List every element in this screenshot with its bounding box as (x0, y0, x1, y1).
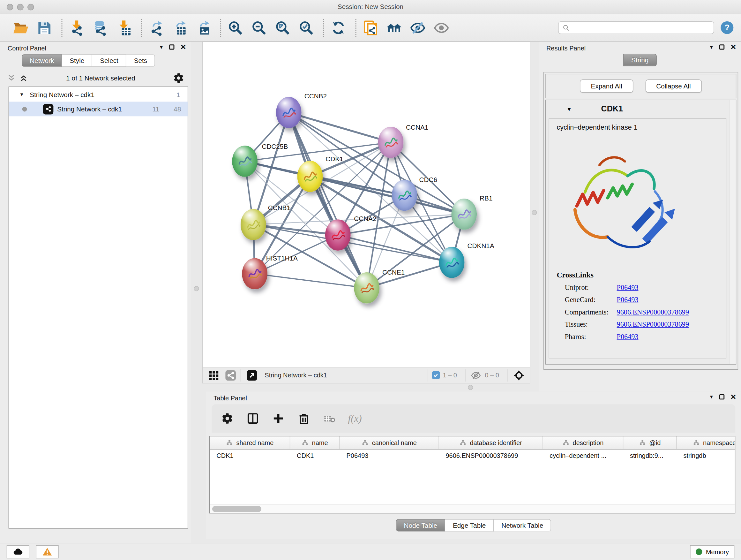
import-network-icon[interactable] (68, 19, 85, 36)
crosslink-link[interactable]: 9606.ENSP00000378699 (617, 308, 689, 316)
panel-close-icon[interactable]: ✕ (731, 44, 737, 50)
node-HIST1H1A[interactable] (242, 258, 267, 290)
panel-menu-icon[interactable]: ▼ (709, 394, 714, 399)
help-button[interactable]: ? (721, 21, 733, 34)
network-collection-row[interactable]: ▼ String Network – cdk1 1 (9, 87, 188, 102)
export-network-icon[interactable] (147, 19, 164, 36)
expand-all-button[interactable]: Expand All (580, 79, 633, 92)
panel-float-icon[interactable] (720, 44, 725, 50)
tab-network[interactable]: Network (22, 54, 62, 67)
column-header-namespace[interactable]: namespace (677, 436, 736, 449)
results-scrollbar[interactable] (730, 100, 736, 364)
table-hscrollbar[interactable] (210, 504, 735, 513)
first-neighbors-icon[interactable] (386, 19, 402, 36)
crosslink-link[interactable]: 9606.ENSP00000378699 (617, 320, 689, 328)
node-CCNA2[interactable] (325, 219, 351, 251)
panel-float-icon[interactable] (720, 394, 725, 399)
memory-button[interactable]: Memory (690, 545, 734, 558)
panel-float-icon[interactable] (170, 44, 175, 50)
node-RB1[interactable] (451, 199, 477, 230)
crosslink-link[interactable]: P06493 (617, 284, 638, 292)
panel-menu-icon[interactable]: ▼ (709, 44, 714, 50)
panel-menu-icon[interactable]: ▼ (159, 44, 164, 50)
column-header-description[interactable]: description (543, 436, 623, 449)
tab-sets[interactable]: Sets (126, 54, 155, 67)
folder-open-icon[interactable] (12, 19, 29, 36)
zoom-in-icon[interactable] (227, 19, 244, 36)
gene-details: cyclin–dependent kinase 1 (549, 118, 726, 358)
collection-expander-icon[interactable]: ▼ (19, 91, 24, 97)
gear-icon[interactable] (220, 411, 234, 425)
edge-CCNB2-CCNA1[interactable] (289, 112, 391, 142)
node-CDC25B[interactable] (232, 145, 258, 177)
node-CCNB1[interactable] (241, 209, 266, 240)
node-CDKN1A[interactable] (439, 247, 465, 278)
tab-edge-table[interactable]: Edge Table (445, 519, 494, 532)
splitter-grip[interactable] (194, 286, 199, 291)
birds-eye-view-icon[interactable] (207, 369, 220, 381)
tab-style[interactable]: Style (62, 54, 92, 67)
clone-network-icon[interactable] (362, 19, 379, 36)
column-header-shared-name[interactable]: shared name (210, 436, 290, 449)
edge-CCNB2-CCNE1[interactable] (289, 112, 367, 288)
node-CCNE1[interactable] (354, 272, 380, 304)
node-CCNB2[interactable] (276, 97, 301, 128)
export-image-icon[interactable] (195, 19, 212, 36)
right-splitter[interactable] (530, 42, 539, 391)
splitter-grip[interactable] (468, 385, 473, 390)
column-header--id[interactable]: @id (623, 436, 677, 449)
warnings-button[interactable] (36, 545, 59, 558)
network-canvas[interactable]: CCNB2 CCNA1 CDC25B CDK1 CDC6 RB1 CCNB1 C… (203, 42, 530, 367)
section-expander-icon[interactable]: ▼ (567, 106, 572, 112)
search-input[interactable] (573, 24, 710, 31)
crosslink-link[interactable]: P06493 (617, 296, 638, 304)
table-row[interactable]: CDK1CDK1P064939606.ENSP00000378699cyclin… (210, 449, 735, 462)
save-icon[interactable] (36, 19, 53, 36)
splitter-grip[interactable] (532, 210, 537, 215)
node-CCNA1[interactable] (378, 127, 404, 158)
table-cell: CDK1 (210, 449, 290, 462)
collapse-all-button[interactable]: Collapse All (645, 79, 701, 92)
import-table-icon[interactable] (115, 19, 132, 36)
node-CDK1[interactable] (297, 161, 323, 192)
hscrollbar-thumb[interactable] (212, 506, 261, 512)
tab-network-table[interactable]: Network Table (494, 519, 551, 532)
zoom-fit-icon[interactable] (274, 19, 291, 36)
fit-selected-icon[interactable] (513, 369, 525, 381)
panel-close-icon[interactable]: ✕ (180, 44, 186, 50)
export-table-icon[interactable] (171, 19, 188, 36)
panel-close-icon[interactable]: ✕ (731, 394, 737, 399)
separator (466, 369, 466, 381)
import-database-icon[interactable] (91, 19, 109, 36)
network-row[interactable]: String Network – cdk1 11 48 (9, 102, 188, 116)
left-splitter[interactable] (191, 42, 202, 543)
bottom-splitter[interactable] (202, 383, 530, 391)
gear-icon[interactable] (173, 72, 185, 84)
open-in-window-icon[interactable] (246, 369, 258, 381)
show-all-icon[interactable] (433, 19, 450, 36)
refresh-icon[interactable] (330, 19, 347, 36)
zoom-out-icon[interactable] (251, 19, 267, 36)
column-header-database-identifier[interactable]: database identifier (439, 436, 543, 449)
trash-icon[interactable] (297, 411, 311, 425)
tab-string[interactable]: String (623, 54, 657, 66)
toolbar-separator (220, 18, 221, 37)
expand-all-icon[interactable] (19, 73, 28, 83)
column-header-name[interactable]: name (290, 436, 340, 449)
column-header-canonical-name[interactable]: canonical name (340, 436, 439, 449)
columns-icon[interactable] (246, 411, 260, 425)
node-CDC6[interactable] (392, 180, 417, 211)
plus-icon[interactable] (271, 411, 285, 425)
cloud-button[interactable] (7, 545, 29, 558)
selected-checkbox-icon[interactable] (432, 371, 440, 379)
edge-HIST1H1A-CCNE1[interactable] (255, 273, 367, 288)
edge-CDKN1A-CCNE1[interactable] (367, 262, 452, 288)
collapse-all-icon[interactable] (7, 73, 16, 83)
tab-node-table[interactable]: Node Table (396, 519, 445, 532)
crosslink-link[interactable]: P06493 (617, 333, 638, 341)
hide-selected-icon[interactable] (409, 19, 426, 36)
search-box[interactable] (558, 21, 714, 34)
zoom-selected-icon[interactable] (298, 19, 315, 36)
tab-select[interactable]: Select (92, 54, 126, 67)
toolbar-separator (355, 18, 356, 37)
